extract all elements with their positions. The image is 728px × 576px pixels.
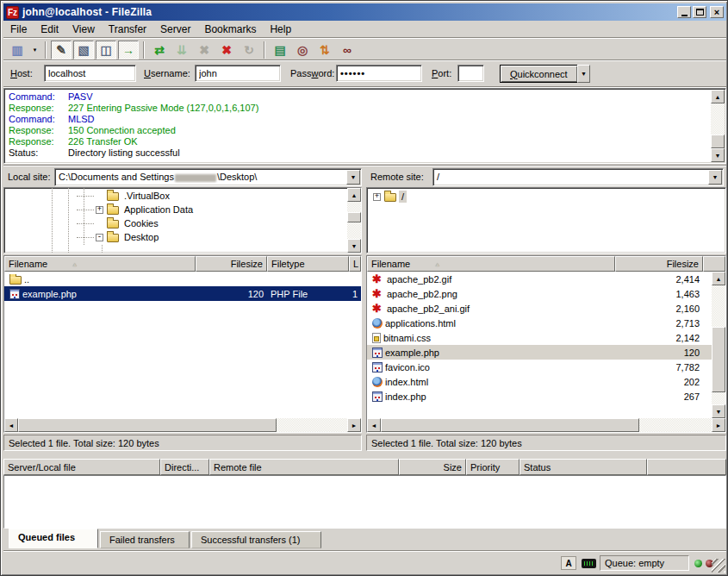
file-row[interactable]: index.php 267 bbox=[367, 389, 712, 404]
local-tree-scrollbar[interactable]: ▲ ▼ bbox=[347, 188, 361, 253]
column-header-direction[interactable]: Directi... bbox=[160, 459, 209, 475]
toolbar-button[interactable]: ▼ bbox=[29, 41, 40, 59]
column-header-remote-file[interactable]: Remote file bbox=[209, 459, 399, 475]
quickconnect-button[interactable]: Quickconnect bbox=[500, 65, 578, 83]
local-site-dropdown-button[interactable]: ▼ bbox=[346, 170, 360, 185]
file-row[interactable]: apache_pb2.png 1,463 bbox=[367, 286, 712, 301]
column-header-server-local-file[interactable]: Server/Local file bbox=[3, 459, 160, 475]
queue-tab[interactable]: Queued files bbox=[9, 529, 98, 548]
file-row[interactable]: apache_pb2.gif 2,414 bbox=[367, 272, 712, 286]
scroll-down-button[interactable]: ▼ bbox=[347, 239, 361, 253]
scroll-left-button[interactable]: ◄ bbox=[367, 418, 381, 432]
message-log[interactable]: Command: PASV Response: 227 Entering Pas… bbox=[3, 88, 726, 164]
tree-expander[interactable] bbox=[96, 206, 103, 214]
host-input[interactable] bbox=[44, 65, 136, 82]
close-button[interactable]: × bbox=[710, 6, 724, 18]
username-input[interactable] bbox=[195, 65, 281, 82]
column-header-filesize[interactable]: Filesize bbox=[196, 256, 267, 272]
toolbar-button[interactable]: ⇅ bbox=[314, 41, 335, 59]
title-bar[interactable]: Fz john@localhost - FileZilla × bbox=[3, 3, 726, 21]
menu-item[interactable]: Transfer bbox=[102, 22, 153, 37]
queue-tab[interactable]: Failed transfers bbox=[100, 531, 190, 548]
toolbar-button[interactable]: ✖ bbox=[194, 41, 215, 59]
toolbar-button[interactable]: → bbox=[118, 41, 139, 59]
scroll-track[interactable] bbox=[277, 418, 347, 432]
toolbar-button[interactable]: ∞ bbox=[337, 41, 358, 59]
toolbar-button[interactable]: ◫ bbox=[96, 41, 116, 59]
toolbar-button[interactable] bbox=[45, 41, 47, 59]
toolbar-button[interactable]: ✎ bbox=[51, 41, 72, 59]
remote-site-dropdown-button[interactable]: ▼ bbox=[708, 170, 722, 185]
toolbar-button[interactable]: ◎ bbox=[292, 41, 313, 59]
local-site-path-combobox[interactable]: C:\Documents and Settings\Desktop\ ▼ bbox=[54, 168, 362, 186]
tree-item[interactable]: Desktop bbox=[4, 230, 361, 244]
port-input[interactable] bbox=[457, 65, 484, 82]
file-row[interactable]: example.php 120 bbox=[367, 345, 712, 360]
menu-item[interactable]: Help bbox=[263, 22, 298, 37]
minimize-button[interactable] bbox=[677, 6, 691, 18]
file-row[interactable]: favicon.ico 7,782 bbox=[367, 360, 712, 374]
scroll-up-button[interactable]: ▲ bbox=[711, 90, 725, 103]
menu-item[interactable]: View bbox=[65, 22, 102, 37]
remote-directory-tree[interactable]: / bbox=[366, 187, 726, 254]
toolbar-button[interactable] bbox=[143, 41, 145, 59]
file-row[interactable]: index.html 202 bbox=[367, 374, 712, 389]
speed-limit-icon[interactable] bbox=[582, 559, 596, 568]
tree-item[interactable]: .VirtualBox bbox=[4, 189, 361, 203]
file-row[interactable]: .. bbox=[4, 272, 361, 286]
column-header-lastmodified[interactable]: L bbox=[349, 256, 361, 272]
tree-item[interactable]: Application Data bbox=[4, 203, 361, 216]
column-header-filename[interactable]: Filename▲ bbox=[4, 256, 196, 272]
remote-file-list[interactable]: Filename▲ Filesize apache_pb2.gif 2,414 … bbox=[366, 255, 726, 433]
scroll-thumb[interactable] bbox=[712, 327, 725, 392]
column-header-priority[interactable]: Priority bbox=[466, 459, 520, 475]
tree-item[interactable]: / bbox=[367, 190, 725, 203]
column-header-status[interactable]: Status bbox=[520, 459, 647, 475]
column-header-filetype[interactable]: Filetype bbox=[267, 256, 349, 272]
scroll-down-button[interactable]: ▼ bbox=[711, 148, 725, 162]
toolbar-button[interactable]: ✖ bbox=[216, 41, 237, 59]
scroll-up-button[interactable]: ▲ bbox=[347, 188, 361, 202]
transfer-queue-list[interactable] bbox=[3, 475, 726, 529]
local-directory-tree[interactable]: .VirtualBox Application Data Cookies Des… bbox=[3, 187, 362, 254]
file-row[interactable]: example.php 120 PHP File 1 bbox=[4, 286, 361, 301]
column-header-filesize[interactable]: Filesize bbox=[615, 256, 703, 272]
scroll-thumb[interactable] bbox=[381, 418, 639, 432]
log-vertical-scrollbar[interactable]: ▲ ▼ bbox=[711, 90, 725, 162]
file-row[interactable]: bitnami.css 2,142 bbox=[367, 330, 712, 345]
toolbar-button[interactable]: ▧ bbox=[73, 41, 94, 59]
scroll-right-button[interactable]: ► bbox=[712, 418, 725, 432]
remote-vertical-scrollbar[interactable]: ▲ ▼ bbox=[712, 272, 725, 418]
password-input[interactable] bbox=[336, 65, 422, 82]
menu-item[interactable]: Bookmarks bbox=[197, 22, 263, 37]
menu-item[interactable]: Edit bbox=[34, 22, 65, 37]
remote-site-path-combobox[interactable]: / ▼ bbox=[432, 168, 724, 186]
column-header-filename[interactable]: Filename▲ bbox=[367, 256, 615, 272]
scroll-down-button[interactable]: ▼ bbox=[712, 404, 725, 418]
toolbar-button[interactable]: ▤ bbox=[270, 41, 290, 59]
resize-grip[interactable] bbox=[712, 559, 725, 573]
quickconnect-dropdown-button[interactable]: ▼ bbox=[577, 65, 590, 83]
queue-tab[interactable]: Successful transfers (1) bbox=[191, 531, 321, 548]
local-horizontal-scrollbar[interactable]: ◄ ► bbox=[4, 418, 361, 432]
toolbar-button[interactable]: ⇄ bbox=[149, 41, 170, 59]
maximize-button[interactable] bbox=[693, 6, 706, 18]
scroll-left-button[interactable]: ◄ bbox=[4, 418, 18, 432]
scroll-right-button[interactable]: ► bbox=[347, 418, 361, 432]
menu-item[interactable]: Server bbox=[153, 22, 197, 37]
scroll-track[interactable] bbox=[639, 418, 712, 432]
remote-horizontal-scrollbar[interactable]: ◄ bbox=[367, 418, 712, 432]
scroll-thumb[interactable] bbox=[711, 135, 725, 148]
tree-item[interactable]: Cookies bbox=[4, 216, 361, 230]
scroll-thumb[interactable] bbox=[18, 418, 277, 432]
scroll-thumb[interactable] bbox=[347, 212, 361, 222]
file-row[interactable]: apache_pb2_ani.gif 2,160 bbox=[367, 301, 712, 316]
tree-expander[interactable] bbox=[96, 234, 103, 241]
tree-expander[interactable] bbox=[373, 193, 381, 201]
toolbar-button[interactable]: ↻ bbox=[239, 41, 259, 59]
file-row[interactable]: applications.html 2,713 bbox=[367, 316, 712, 330]
menu-item[interactable]: File bbox=[3, 22, 34, 37]
scroll-up-button[interactable]: ▲ bbox=[712, 272, 725, 285]
toolbar-button[interactable]: ▥ bbox=[7, 41, 28, 59]
pane-splitter[interactable] bbox=[3, 165, 726, 166]
